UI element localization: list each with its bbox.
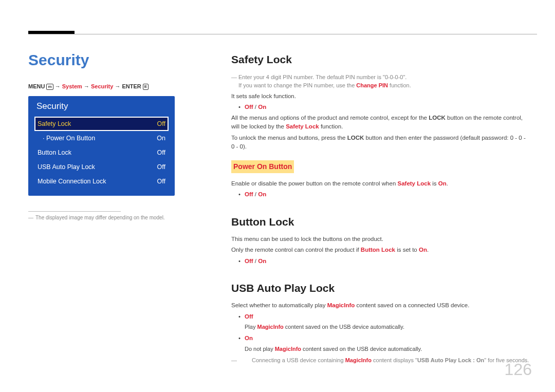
text: Select whether to automatically play — [231, 302, 327, 308]
bullet-off-on: Off / On — [231, 103, 529, 111]
text: content saved on a connected USB device. — [355, 302, 469, 308]
option-off: Off — [245, 191, 253, 197]
bullet-off-on: Off / On — [231, 257, 529, 266]
button-lock-label: Button Lock — [361, 247, 395, 253]
safety-lock-label: Safety Lock — [397, 180, 431, 186]
text: is — [431, 180, 438, 186]
note-text: function. — [388, 82, 411, 88]
magicinfo-label: MagicInfo — [275, 346, 301, 352]
option-off: Off — [245, 313, 253, 320]
breadcrumb-enter: ENTER — [122, 83, 141, 89]
on-label: On — [438, 180, 447, 186]
text: content saved on the USB device automati… — [284, 324, 404, 330]
heading-power-on-button: Power On Button — [231, 160, 294, 173]
text: . — [447, 180, 448, 186]
text: To unlock the menus and buttons, press t… — [231, 135, 347, 141]
magicinfo-label: MagicInfo — [327, 302, 355, 308]
text: Only the remote control can control the … — [231, 247, 361, 253]
breadcrumb-arrow: → — [55, 83, 62, 89]
header-rule — [28, 34, 537, 34]
osd-item-label: Mobile Connection Lock — [38, 178, 106, 185]
option-on: On — [258, 191, 266, 197]
osd-item-label: Button Lock — [38, 149, 71, 156]
breadcrumb-arrow: → — [84, 83, 91, 89]
on-label: On — [419, 247, 427, 253]
text: function. — [319, 123, 343, 129]
separator: / — [253, 258, 258, 264]
osd-item-mobile-connection-lock[interactable]: Mobile Connection Lock Off — [34, 174, 169, 189]
enter-icon: E — [143, 84, 149, 90]
osd-item-value: Off — [157, 163, 165, 171]
page-title: Security — [28, 51, 177, 69]
osd-item-label: USB Auto Play Lock — [38, 163, 95, 171]
osd-item-label: Safety Lock — [38, 120, 71, 127]
osd-item-value: Off — [157, 178, 165, 185]
osd-menu: Security Safety Lock Off Power On Button… — [28, 96, 175, 196]
bullet-on: On — [231, 334, 529, 343]
osd-item-value: On — [157, 135, 165, 142]
heading-button-lock: Button Lock — [231, 214, 529, 230]
lock-label: LOCK — [347, 135, 364, 141]
separator: / — [253, 191, 258, 197]
note-pin: Enter your 4 digit PIN number. The defau… — [231, 73, 529, 90]
para-usb: Select whether to automatically play Mag… — [231, 301, 529, 310]
safety-lock-label: Safety Lock — [286, 123, 319, 129]
note-text: Enter your 4 digit PIN number. The defau… — [238, 74, 406, 80]
heading-usb-auto-play-lock: USB Auto Play Lock — [231, 280, 529, 296]
page-number: 126 — [505, 360, 532, 379]
option-on: On — [258, 258, 266, 264]
osd-item-safety-lock[interactable]: Safety Lock Off — [34, 117, 169, 131]
magicinfo-label: MagicInfo — [345, 357, 372, 363]
note-usb-connect: Connecting a USB device containing Magic… — [231, 356, 529, 365]
breadcrumb-arrow: → — [115, 83, 122, 89]
usb-lock-on-label: USB Auto Play Lock : On — [417, 357, 484, 363]
para-button-lock-2: Only the remote control can control the … — [231, 246, 529, 254]
osd-item-value: Off — [157, 149, 165, 156]
para-lock-desc: All the menus and options of the product… — [231, 114, 529, 132]
change-pin-label: Change PIN — [356, 82, 388, 88]
osd-item-usb-auto-play-lock[interactable]: USB Auto Play Lock Off — [34, 160, 169, 174]
para-button-lock-1: This menu can be used to lock the button… — [231, 235, 529, 244]
breadcrumb-menu: MENU — [28, 83, 45, 89]
left-column: Security MENU m → System → Security → EN… — [28, 51, 177, 220]
osd-title: Security — [34, 101, 169, 111]
text: content displays " — [372, 357, 417, 363]
right-column: Safety Lock Enter your 4 digit PIN numbe… — [231, 51, 529, 366]
option-off: Off — [245, 104, 253, 110]
bullet-off-on: Off / On — [231, 190, 529, 199]
osd-item-button-lock[interactable]: Button Lock Off — [34, 145, 169, 160]
breadcrumb-system: System — [62, 83, 82, 89]
option-off: Off — [245, 258, 253, 264]
para-safe-lock: It sets safe lock function. — [231, 92, 529, 101]
text: content saved on the USB device automati… — [301, 346, 422, 352]
breadcrumb-security: Security — [91, 83, 113, 89]
magicinfo-label: MagicInfo — [257, 324, 283, 330]
osd-item-power-on-button[interactable]: Power On Button On — [34, 131, 169, 145]
option-on: On — [245, 335, 253, 341]
separator: / — [253, 104, 258, 110]
text: All the menus and options of the product… — [231, 115, 429, 121]
para-unlock-desc: To unlock the menus and buttons, press t… — [231, 134, 529, 152]
text: Connecting a USB device containing — [252, 357, 345, 363]
bullet-off: Off — [231, 312, 529, 321]
text: Enable or disable the power button on th… — [231, 180, 397, 186]
option-on: On — [258, 104, 266, 110]
osd-item-label: Power On Button — [43, 135, 95, 142]
heading-safety-lock: Safety Lock — [231, 51, 529, 68]
text: Play — [245, 324, 257, 330]
osd-item-value: Off — [157, 120, 165, 127]
text: Do not play — [245, 346, 275, 352]
lock-label: LOCK — [429, 115, 446, 121]
desc-off: Play MagicInfo content saved on the USB … — [231, 323, 529, 331]
caption-note: The displayed image may differ depending… — [28, 215, 177, 220]
desc-on: Do not play MagicInfo content saved on t… — [231, 345, 529, 353]
caption-divider — [28, 211, 121, 212]
breadcrumb: MENU m → System → Security → ENTER E — [28, 83, 177, 90]
menu-icon: m — [46, 84, 53, 90]
note-text: If you want to change the PIN number, us… — [238, 82, 356, 88]
para-power-on: Enable or disable the power button on th… — [231, 179, 529, 188]
text: . — [427, 247, 429, 253]
text: is set to — [395, 247, 419, 253]
